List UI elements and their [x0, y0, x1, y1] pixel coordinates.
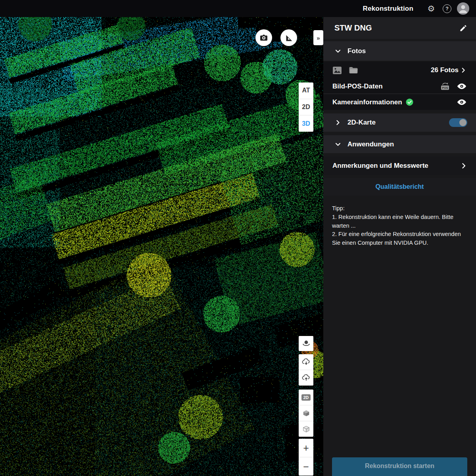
photos-count: 26 Fotos — [431, 66, 459, 74]
settings-button[interactable]: ⚙ — [425, 0, 437, 17]
map-2d-button[interactable]: 2D — [299, 390, 313, 405]
anmerkungen-row[interactable]: Anmerkungen und Messwerte — [323, 157, 476, 175]
edit-project-button[interactable] — [459, 24, 467, 32]
folder-icon — [349, 66, 358, 74]
section-anwendungen[interactable]: Anwendungen — [323, 135, 476, 153]
cube-wire-icon — [302, 425, 310, 433]
cube-solid-button[interactable] — [299, 405, 313, 421]
cube-solid-icon — [302, 409, 310, 417]
point-cloud-canvas[interactable] — [0, 17, 323, 476]
quality-report-link[interactable]: Qualitätsbericht — [376, 183, 424, 190]
section-2d-karte[interactable]: 2D-Karte — [323, 113, 476, 132]
display-mode-group: 2D — [299, 390, 313, 437]
start-button-label: Rekonstruktion starten — [365, 463, 434, 476]
chevron-double-right-icon: » — [317, 35, 320, 41]
badge-2d-icon: 2D — [301, 394, 311, 401]
eye-icon — [457, 99, 466, 105]
anwendungen-label: Anwendungen — [347, 140, 394, 148]
tip-line-2: 2. Für eine erfolgreiche Rekonstruktion … — [332, 230, 468, 248]
cloud-download-button[interactable] — [299, 354, 313, 370]
help-button[interactable]: ? — [441, 0, 453, 17]
tip-title: Tipp: — [332, 204, 468, 213]
fotos-block: 26 Fotos Bild-POS-Daten POS — [323, 61, 476, 110]
project-name: STW DNG — [334, 23, 459, 33]
bild-pos-label: Bild-POS-Daten — [332, 83, 383, 90]
cloud-download-icon — [301, 357, 311, 367]
cloud-upload-icon — [301, 373, 311, 383]
view-mode-at[interactable]: AT — [299, 83, 313, 99]
collapse-panel-button[interactable]: » — [313, 30, 323, 45]
chevron-right-icon — [460, 67, 466, 73]
2d-map-toggle[interactable] — [449, 118, 467, 127]
camera-info-check-icon — [406, 98, 413, 106]
ruler-triangle-icon — [284, 33, 293, 42]
cloud-upload-button[interactable] — [299, 370, 313, 386]
camera-icon — [259, 33, 268, 42]
toggle-camera-visibility-button[interactable] — [457, 99, 466, 105]
zoom-group: + − — [299, 439, 313, 476]
image-icon — [332, 66, 342, 75]
app-title: Rekonstruktion — [363, 0, 413, 17]
karte-2d-label: 2D-Karte — [347, 119, 376, 127]
point-cloud-viewport: » AT 2D 3D 2D — [0, 17, 323, 476]
project-header: STW DNG — [323, 17, 476, 39]
start-reconstruction-button[interactable]: Rekonstruktion starten — [332, 457, 467, 476]
measure-button[interactable] — [280, 29, 297, 46]
chevron-right-icon — [334, 119, 342, 126]
bild-pos-row: Bild-POS-Daten POS — [323, 79, 476, 94]
section-fotos[interactable]: Fotos — [323, 41, 476, 61]
toggle-knob — [459, 119, 466, 126]
view-mode-group: AT 2D 3D — [299, 83, 313, 132]
fotos-label: Fotos — [347, 47, 366, 55]
tip-line-1: 1. Rekonstruktion kann eine Weile dauern… — [332, 213, 468, 230]
toggle-pos-visibility-button[interactable] — [457, 83, 466, 89]
help-icon: ? — [443, 4, 451, 13]
pos-import-icon: POS — [440, 82, 451, 91]
sidebar: STW DNG Fotos — [323, 17, 476, 476]
cloud-group — [299, 354, 313, 386]
pencil-icon — [459, 24, 467, 32]
orbit-view-button[interactable] — [299, 336, 313, 351]
photos-row: 26 Fotos — [323, 61, 476, 79]
chevron-right-icon — [460, 162, 467, 169]
cube-wire-button[interactable] — [299, 421, 313, 437]
screenshot-button[interactable] — [255, 29, 272, 46]
turntable-3d-icon — [301, 339, 311, 348]
pos-icon-text: POS — [442, 86, 448, 89]
view-mode-3d[interactable]: 3D — [299, 115, 313, 132]
zoom-in-button[interactable]: + — [299, 439, 313, 457]
tip-block: Tipp: 1. Rekonstruktion kann eine Weile … — [323, 200, 476, 248]
top-bar: Rekonstruktion ⚙ ? — [0, 0, 476, 17]
kamera-label: Kamerainformationen — [332, 98, 402, 106]
anmerkungen-label: Anmerkungen und Messwerte — [332, 162, 460, 170]
quality-report-row: Qualitätsbericht — [323, 178, 476, 196]
chevron-down-icon — [334, 141, 342, 148]
kamera-row: Kamerainformationen — [323, 94, 476, 110]
photos-count-button[interactable]: 26 Fotos — [431, 66, 466, 74]
user-avatar[interactable] — [457, 2, 469, 15]
gear-icon: ⚙ — [428, 4, 435, 13]
person-icon — [457, 2, 469, 15]
view-mode-2d[interactable]: 2D — [299, 99, 313, 115]
zoom-out-button[interactable]: − — [299, 457, 313, 476]
import-pos-button[interactable]: POS — [440, 82, 451, 91]
orbit-group — [299, 336, 313, 351]
eye-icon — [457, 83, 466, 89]
open-folder-button[interactable] — [349, 66, 358, 74]
add-images-button[interactable] — [332, 66, 342, 75]
chevron-down-icon — [334, 48, 342, 55]
